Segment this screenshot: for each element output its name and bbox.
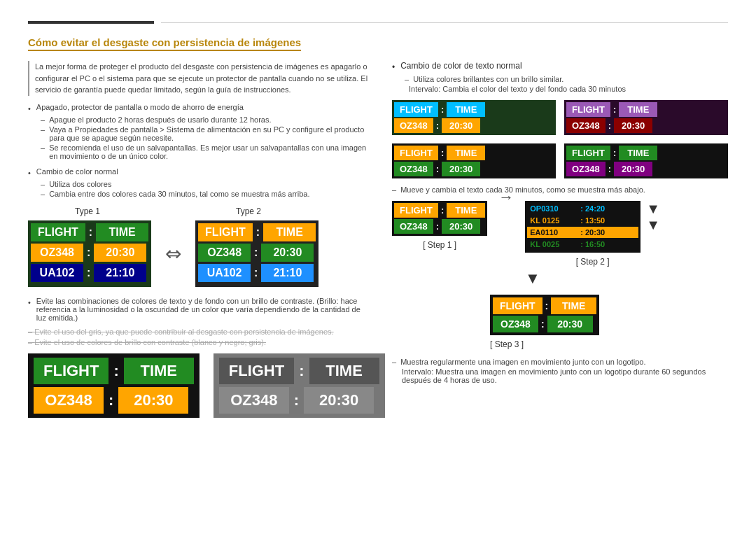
bullet-dot-1: •: [28, 104, 31, 113]
board-t2-colon2: :: [253, 244, 259, 262]
s1-data: OZ348 : 20:30: [394, 219, 485, 234]
rb1-flight: FLIGHT: [394, 102, 438, 117]
divider-light: [161, 22, 728, 23]
right-column: • Cambio de color de texto normal – Util…: [392, 61, 728, 418]
blb-header: FLIGHT : TIME: [34, 358, 194, 384]
board-t1-ua102: UA102: [31, 264, 83, 282]
step3-board: FLIGHT : TIME OZ348 : 20:30: [490, 295, 599, 335]
step2-label: [ Step 2 ]: [576, 257, 610, 267]
page-container: Cómo evitar el desgaste con persistencia…: [0, 0, 756, 439]
rb2-flight: FLIGHT: [566, 102, 610, 117]
sub-text-1-2: Vaya a Propiedades de pantalla > Sistema…: [49, 125, 371, 142]
rb2-data: OZ348 : 20:30: [566, 118, 726, 133]
board-t2-time-label: TIME: [263, 223, 316, 241]
bottom-boards-row: FLIGHT : TIME OZ348 : 20:30 FLIGHT :: [28, 353, 371, 418]
dash-1: –: [41, 115, 45, 124]
step2-board-wrap: OP0310 : 24:20 KL 0125 : 13:50 EA0110 : …: [525, 201, 660, 253]
bullet-text-2: Cambio de color normal: [36, 167, 118, 176]
right-arrow-icon: →: [498, 188, 514, 206]
s3-oz348: OZ348: [493, 316, 538, 332]
sub-text-1-3: Se recomienda el uso de un salvapantalla…: [49, 143, 371, 160]
blg-flight: FLIGHT: [219, 358, 294, 384]
down-arrow-2: ▼: [646, 217, 660, 233]
s3-time: TIME: [551, 297, 596, 314]
s3-2030: 20:30: [547, 316, 593, 332]
rb4-oz348: OZ348: [566, 162, 606, 176]
bullet-text-1: Apagado, protector de pantalla o modo de…: [36, 103, 244, 111]
board-t2-row1: OZ348 : 20:30: [198, 244, 316, 262]
bullet-item-1: • Apagado, protector de pantalla o modo …: [28, 103, 371, 113]
rb1-data: OZ348 : 20:30: [394, 118, 554, 133]
s3-data: OZ348 : 20:30: [493, 316, 596, 332]
rb1-2030: 20:30: [442, 118, 480, 133]
step1-label: [ Step 1 ]: [423, 240, 456, 250]
intro-text: La mejor forma de proteger el producto d…: [28, 61, 371, 96]
scroll-id-4: KL 0025: [527, 239, 576, 250]
left-column: La mejor forma de proteger el producto d…: [28, 61, 371, 418]
s1-oz348: OZ348: [394, 219, 433, 234]
board-t1-flight-label: FLIGHT: [31, 223, 85, 241]
dash-2: –: [41, 125, 45, 134]
sub-item-2-1: – Utiliza dos colores: [41, 180, 371, 188]
dash-5: –: [41, 190, 45, 198]
board-t1-colon1: :: [88, 223, 94, 241]
scroll-row-2: KL 0125 : 13:50: [527, 215, 638, 226]
sub-list-2: – Utiliza dos colores – Cambia entre dos…: [28, 180, 371, 198]
board-t2-colon1: :: [255, 223, 261, 241]
double-down-arrow: ▼ ▼: [646, 201, 660, 233]
rb2-colon2: :: [607, 118, 612, 133]
dash-4: –: [41, 180, 45, 188]
board-t1-row2: UA102 : 21:10: [31, 264, 148, 282]
s1-colon2: :: [435, 219, 440, 234]
blb-colon2: :: [106, 387, 115, 414]
step3-wrap: FLIGHT : TIME OZ348 : 20:30 [ Step 3 ]: [490, 295, 728, 349]
rb3-colon2: :: [435, 162, 440, 176]
blg-header: FLIGHT : TIME: [219, 358, 379, 384]
board-large-gray: FLIGHT : TIME OZ348 : 20:30: [214, 353, 385, 418]
board-t2-oz348: OZ348: [198, 244, 251, 262]
rb2-2030: 20:30: [614, 118, 652, 133]
contrast-note: • Evite las combinaciones de colores de …: [28, 297, 371, 322]
blg-data: OZ348 : 20:30: [219, 387, 379, 414]
arrow-step1-step2: →: [498, 201, 514, 206]
rb2-oz348: OZ348: [566, 118, 606, 133]
bullet-item-2: • Cambio de color normal: [28, 167, 371, 177]
right-sub-note-1: – Utiliza colores brillantes con un bril…: [405, 75, 728, 83]
arrow-between-boards: ⇔: [165, 242, 181, 265]
section-title: Cómo evitar el desgaste con persistencia…: [28, 36, 301, 51]
rb4-flight: FLIGHT: [566, 146, 610, 160]
s3-header: FLIGHT : TIME: [493, 297, 596, 314]
board-t1-colon3: :: [85, 264, 92, 282]
scroll-time-4: : 16:50: [578, 239, 608, 250]
scroll-id-2: KL 0125: [527, 215, 576, 226]
s3-colon2: :: [540, 316, 546, 332]
scroll-id-3: EA0110: [527, 227, 576, 238]
contrast-note-text: Evite las combinaciones de colores de te…: [36, 297, 371, 322]
right-board-2: FLIGHT : TIME OZ348 : 20:30: [564, 100, 728, 135]
scroll-row-4: KL 0025 : 16:50: [527, 239, 638, 250]
sub-item-2-2: – Cambia entre dos colores cada 30 minut…: [41, 190, 371, 198]
strike-dash2: –: [28, 338, 34, 346]
strike-note2: – Evite el uso de colores de brillo con …: [28, 338, 371, 346]
boards-row: FLIGHT : TIME OZ348 : 20:30 UA102 : 21:1…: [28, 220, 371, 287]
bullet-section-1: • Apagado, protector de pantalla o modo …: [28, 103, 371, 160]
blb-2030: 20:30: [118, 387, 188, 414]
board-t2-row2: UA102 : 21:10: [198, 264, 316, 282]
right-board-3: FLIGHT : TIME OZ348 : 20:30: [392, 143, 556, 178]
right-bullet-dot: •: [392, 62, 395, 72]
right-board-1: FLIGHT : TIME OZ348 : 20:30: [392, 100, 556, 135]
board-t1-oz348: OZ348: [31, 244, 83, 262]
board-t2-2030: 20:30: [261, 244, 314, 262]
board-t1-2110: 21:10: [94, 264, 146, 282]
blb-colon1: :: [111, 358, 120, 384]
sub-list-1: – Apague el producto 2 horas después de …: [28, 115, 371, 160]
blg-colon1: :: [297, 358, 306, 384]
board-t2-2110: 21:10: [261, 264, 314, 282]
board-t2-header: FLIGHT : TIME: [198, 223, 316, 241]
rb3-2030: 20:30: [442, 162, 480, 176]
board-t1-row1: OZ348 : 20:30: [31, 244, 148, 262]
sub-text-2-1: Utiliza dos colores: [49, 180, 111, 188]
rb4-colon2: :: [607, 162, 612, 176]
final-note-2: Intervalo: Muestra una imagen en movimie…: [392, 367, 728, 384]
s1-flight: FLIGHT: [394, 203, 438, 218]
